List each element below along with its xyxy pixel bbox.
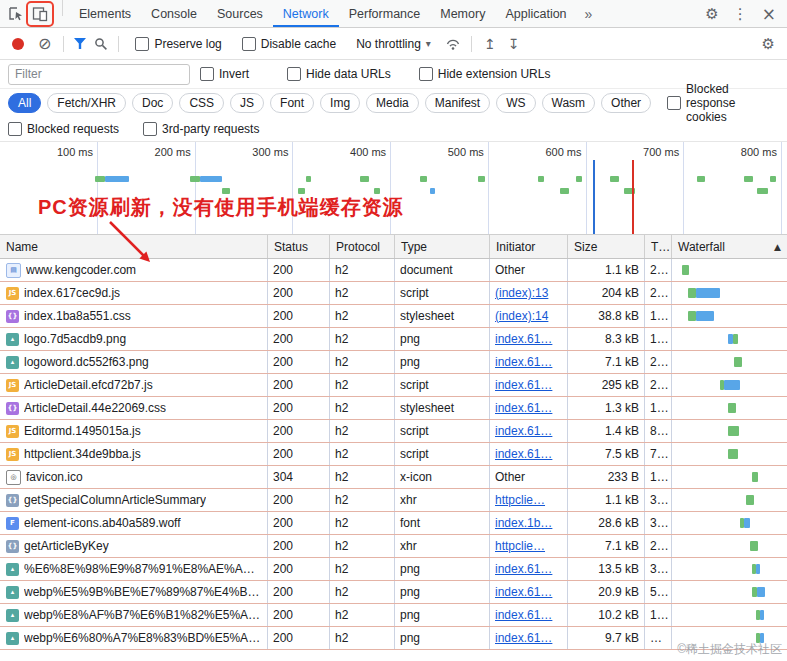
blocked-requests-checkbox[interactable]: Blocked requests xyxy=(8,122,119,136)
filter-funnel-icon[interactable] xyxy=(70,33,90,55)
table-row[interactable]: F element-icons.ab40a589.woff 200 h2 fon… xyxy=(0,512,787,535)
column-header-t-[interactable]: T… xyxy=(645,235,672,258)
column-header-type[interactable]: Type xyxy=(395,235,490,258)
initiator-link[interactable]: index.61… xyxy=(495,378,552,392)
table-row[interactable]: {} getSpecialColumnArticleSummary 200 h2… xyxy=(0,489,787,512)
column-header-initiator[interactable]: Initiator xyxy=(490,235,568,258)
network-settings-gear-icon[interactable]: ⚙ xyxy=(762,35,779,53)
column-header-size[interactable]: Size xyxy=(568,235,645,258)
more-tabs-button[interactable]: » xyxy=(577,0,601,27)
invert-checkbox[interactable]: Invert xyxy=(200,67,249,81)
hide-data-urls-checkbox[interactable]: Hide data URLs xyxy=(287,67,391,81)
toggle-device-toolbar-icon[interactable] xyxy=(28,3,52,25)
network-conditions-icon[interactable] xyxy=(441,33,465,55)
initiator-link[interactable]: httpclie… xyxy=(495,539,545,553)
filter-chip-js[interactable]: JS xyxy=(230,93,264,113)
initiator-link[interactable]: index.1b… xyxy=(495,516,552,530)
inspect-element-icon[interactable] xyxy=(4,3,28,25)
column-header-waterfall[interactable]: Waterfall ▲ xyxy=(672,235,787,258)
tab-sources[interactable]: Sources xyxy=(207,0,273,27)
tab-application[interactable]: Application xyxy=(495,0,576,27)
initiator-link[interactable]: index.61… xyxy=(495,424,552,438)
search-icon[interactable] xyxy=(90,33,112,55)
column-header-protocol[interactable]: Protocol xyxy=(330,235,395,258)
filter-chip-wasm[interactable]: Wasm xyxy=(542,93,596,113)
network-overview[interactable]: 100 ms200 ms300 ms400 ms500 ms600 ms700 … xyxy=(0,142,787,235)
name-cell[interactable]: ▴ logoword.dc552f63.png xyxy=(0,351,268,373)
hide-extension-urls-checkbox[interactable]: Hide extension URLs xyxy=(419,67,551,81)
table-row[interactable]: {} getArticleByKey 200 h2 xhr httpclie… … xyxy=(0,535,787,558)
name-cell[interactable]: F element-icons.ab40a589.woff xyxy=(0,512,268,534)
initiator-link[interactable]: index.61… xyxy=(495,332,552,346)
initiator-link[interactable]: index.61… xyxy=(495,447,552,461)
name-cell[interactable]: ▤ www.kengcoder.com xyxy=(0,259,268,281)
filter-chip-font[interactable]: Font xyxy=(270,93,314,113)
name-cell[interactable]: ▴ webp%E6%80%A7%E8%83%BD%E5%A… xyxy=(0,627,268,649)
settings-gear-icon[interactable]: ⚙ xyxy=(698,5,725,23)
column-header-status[interactable]: Status xyxy=(268,235,330,258)
initiator-link[interactable]: index.61… xyxy=(495,355,552,369)
filter-chip-fetch-xhr[interactable]: Fetch/XHR xyxy=(47,93,126,113)
name-cell[interactable]: ▴ logo.7d5acdb9.png xyxy=(0,328,268,350)
name-cell[interactable]: JS Editormd.1495015a.js xyxy=(0,420,268,442)
name-cell[interactable]: {} index.1ba8a551.css xyxy=(0,305,268,327)
name-cell[interactable]: ◎ favicon.ico xyxy=(0,466,268,488)
initiator-link[interactable]: index.61… xyxy=(495,608,552,622)
table-row[interactable]: JS httpclient.34de9bba.js 200 h2 script … xyxy=(0,443,787,466)
third-party-requests-checkbox[interactable]: 3rd-party requests xyxy=(143,122,259,136)
table-row[interactable]: ▴ logo.7d5acdb9.png 200 h2 png index.61…… xyxy=(0,328,787,351)
name-cell[interactable]: ▴ webp%E5%9B%BE%E7%89%87%E4%BC… xyxy=(0,581,268,603)
name-cell[interactable]: ▴ webp%E8%AF%B7%E6%B1%82%E5%A… xyxy=(0,604,268,626)
initiator-link[interactable]: httpclie… xyxy=(495,493,545,507)
table-row[interactable]: {} ArticleDetail.44e22069.css 200 h2 sty… xyxy=(0,397,787,420)
preserve-log-checkbox[interactable]: Preserve log xyxy=(135,37,221,51)
initiator-link[interactable]: index.61… xyxy=(495,401,552,415)
initiator-link[interactable]: index.61… xyxy=(495,562,552,576)
filter-chip-media[interactable]: Media xyxy=(366,93,419,113)
name-cell[interactable]: ▴ %E6%8E%98%E9%87%91%E8%AE%AE%BF… xyxy=(0,558,268,580)
table-row[interactable]: ▴ %E6%8E%98%E9%87%91%E8%AE%AE%BF… 200 h2… xyxy=(0,558,787,581)
table-row[interactable]: ▴ webp%E8%AF%B7%E6%B1%82%E5%A… 200 h2 pn… xyxy=(0,604,787,627)
filter-chip-ws[interactable]: WS xyxy=(496,93,535,113)
tab-memory[interactable]: Memory xyxy=(430,0,495,27)
record-network-log-icon[interactable] xyxy=(12,38,24,50)
table-row[interactable]: ▴ webp%E5%9B%BE%E7%89%87%E4%BC… 200 h2 p… xyxy=(0,581,787,604)
table-row[interactable]: ▤ www.kengcoder.com 200 h2 document Othe… xyxy=(0,259,787,282)
filter-chip-manifest[interactable]: Manifest xyxy=(425,93,490,113)
table-row[interactable]: ▴ webp%E6%80%A7%E8%83%BD%E5%A… 200 h2 pn… xyxy=(0,627,787,650)
table-row[interactable]: JS ArticleDetail.efcd72b7.js 200 h2 scri… xyxy=(0,374,787,397)
close-devtools-icon[interactable]: × xyxy=(755,4,783,24)
filter-chip-css[interactable]: CSS xyxy=(179,93,224,113)
column-header-name[interactable]: Name xyxy=(0,235,268,258)
filter-chip-img[interactable]: Img xyxy=(320,93,360,113)
tab-network[interactable]: Network xyxy=(273,0,339,27)
initiator-link[interactable]: (index):14 xyxy=(495,309,548,323)
name-cell[interactable]: JS index.617cec9d.js xyxy=(0,282,268,304)
throttling-select[interactable]: No throttling ▾ xyxy=(356,37,431,51)
name-cell[interactable]: JS httpclient.34de9bba.js xyxy=(0,443,268,465)
initiator-link[interactable]: (index):13 xyxy=(495,286,548,300)
initiator-link[interactable]: index.61… xyxy=(495,585,552,599)
import-har-icon[interactable]: ↥ xyxy=(484,36,496,52)
blocked-response-cookies-checkbox[interactable]: Blocked response cookies xyxy=(667,82,769,124)
kebab-menu-icon[interactable]: ⋮ xyxy=(726,5,755,23)
filter-chip-doc[interactable]: Doc xyxy=(132,93,173,113)
filter-input[interactable] xyxy=(8,64,190,85)
name-cell[interactable]: JS ArticleDetail.efcd72b7.js xyxy=(0,374,268,396)
filter-chip-all[interactable]: All xyxy=(8,93,41,113)
table-row[interactable]: ◎ favicon.ico 304 h2 x-icon Other 233 B … xyxy=(0,466,787,489)
name-cell[interactable]: {} getArticleByKey xyxy=(0,535,268,557)
disable-cache-checkbox[interactable]: Disable cache xyxy=(242,37,336,51)
filter-chip-other[interactable]: Other xyxy=(601,93,651,113)
table-row[interactable]: JS Editormd.1495015a.js 200 h2 script in… xyxy=(0,420,787,443)
tab-performance[interactable]: Performance xyxy=(339,0,431,27)
tab-console[interactable]: Console xyxy=(141,0,207,27)
clear-network-log-icon[interactable]: ⊘ xyxy=(38,34,51,53)
tab-elements[interactable]: Elements xyxy=(69,0,141,27)
table-row[interactable]: JS index.617cec9d.js 200 h2 script (inde… xyxy=(0,282,787,305)
table-row[interactable]: {} index.1ba8a551.css 200 h2 stylesheet … xyxy=(0,305,787,328)
name-cell[interactable]: {} ArticleDetail.44e22069.css xyxy=(0,397,268,419)
table-row[interactable]: ▴ logoword.dc552f63.png 200 h2 png index… xyxy=(0,351,787,374)
export-har-icon[interactable]: ↧ xyxy=(508,36,520,52)
name-cell[interactable]: {} getSpecialColumnArticleSummary xyxy=(0,489,268,511)
